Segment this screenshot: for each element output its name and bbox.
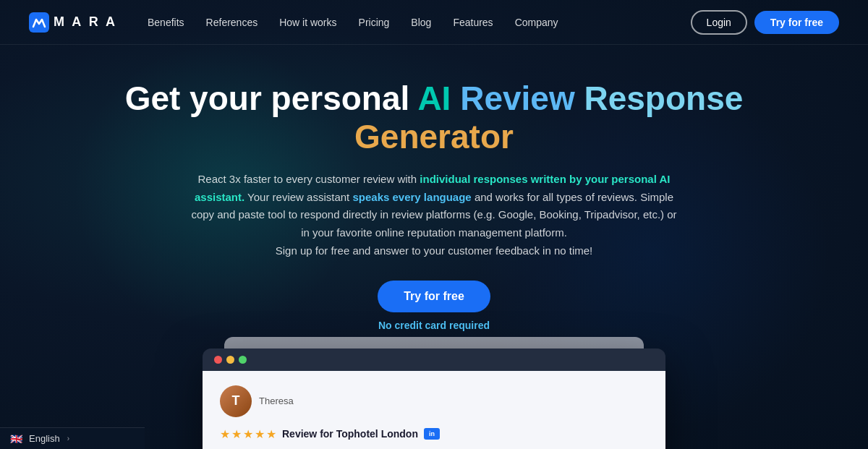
headline-ai: AI (417, 80, 451, 117)
language-flag-icon: 🇬🇧 (9, 434, 23, 444)
review-title: Review for Tophotel London (282, 428, 418, 440)
nav-link-references[interactable]: References (197, 12, 267, 33)
star-5: ★ (266, 427, 276, 441)
subtitle-line1: React 3x faster to every customer review… (198, 173, 420, 185)
browser-dot-yellow (226, 356, 234, 364)
subtitle-highlight2: speaks every language (352, 191, 471, 203)
no-credit-card-label: No credit card required (378, 320, 490, 331)
navigation: M A R A Benefits References How it works… (0, 0, 868, 45)
try-free-button-nav[interactable]: Try for free (754, 11, 839, 34)
subtitle-line4: Sign up for free and answer to your cust… (276, 244, 593, 257)
browser-window: T Theresa ★ ★ ★ ★ ★ Re (203, 348, 665, 449)
nav-actions: Login Try for free (691, 10, 839, 35)
star-1: ★ (220, 427, 230, 441)
review-title-row: ★ ★ ★ ★ ★ Review for Tophotel London in (220, 427, 648, 441)
hotel-badge-icon: in (424, 428, 440, 440)
hero-headline: Get your personal AI Review Response Gen… (109, 80, 760, 156)
try-free-button-main[interactable]: Try for free (378, 281, 490, 312)
review-title-pre: Review for (282, 428, 336, 440)
star-3: ★ (243, 427, 253, 441)
headline-review: Review (451, 80, 574, 117)
headline-generator: Generator (354, 118, 514, 155)
language-label: English (29, 433, 60, 444)
nav-link-how-it-works[interactable]: How it works (271, 12, 345, 33)
headline-pre: Get your personal (125, 80, 418, 117)
reviewer-info: Theresa (259, 395, 294, 406)
nav-link-features[interactable]: Features (444, 12, 501, 33)
nav-link-company[interactable]: Company (506, 12, 567, 33)
nav-link-blog[interactable]: Blog (402, 12, 440, 33)
reviewer-name: Theresa (259, 395, 294, 406)
star-4: ★ (255, 427, 265, 441)
review-header: T Theresa (220, 385, 648, 417)
avatar: T (220, 385, 252, 417)
language-bar[interactable]: 🇬🇧 English › (0, 427, 145, 449)
star-2: ★ (231, 427, 242, 441)
browser-dot-green (239, 356, 247, 364)
logo-icon (29, 12, 49, 33)
browser-content: T Theresa ★ ★ ★ ★ ★ Re (203, 371, 665, 449)
browser-bar (203, 348, 665, 371)
logo-text: M A R A (54, 14, 117, 30)
browser-dot-red (214, 356, 222, 364)
logo[interactable]: M A R A (29, 12, 117, 33)
nav-link-benefits[interactable]: Benefits (139, 12, 193, 33)
review-hotel: Tophotel London (336, 428, 418, 440)
star-rating: ★ ★ ★ ★ ★ (220, 427, 276, 441)
avatar-initial: T (232, 393, 240, 409)
login-button[interactable]: Login (691, 10, 747, 35)
language-chevron-icon: › (67, 435, 69, 442)
nav-link-pricing[interactable]: Pricing (350, 12, 399, 33)
hero-subtitle: React 3x faster to every customer review… (188, 171, 680, 260)
nav-links: Benefits References How it works Pricing… (139, 12, 691, 33)
headline-response: Response (575, 80, 744, 117)
hero-section: Get your personal AI Review Response Gen… (0, 45, 868, 346)
subtitle-line2: Your review assistant (244, 191, 352, 203)
